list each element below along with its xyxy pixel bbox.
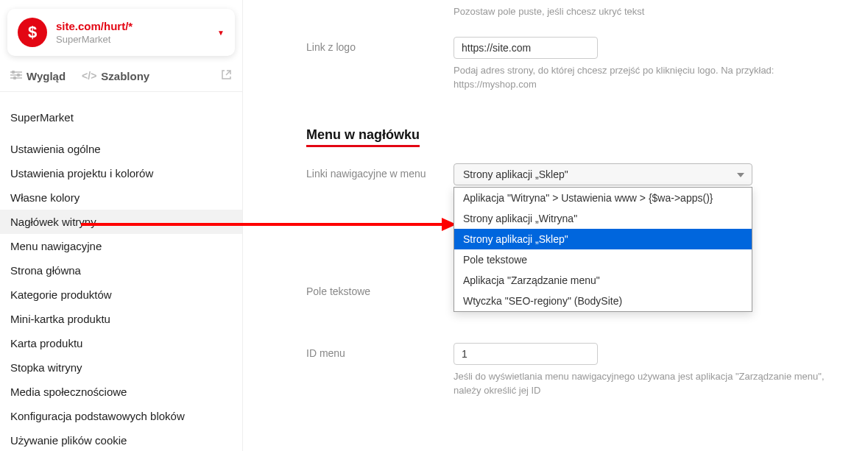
sidebar-item[interactable]: Ustawienia projektu i kolorów [0, 161, 242, 185]
dropdown-option[interactable]: Strony aplikacji „Sklep" [454, 229, 752, 249]
tab-label: Wygląd [27, 70, 66, 82]
menu-id-input[interactable] [454, 343, 598, 365]
help-text: Jeśli do wyświetlania menu nawigacyjnego… [454, 369, 851, 398]
logo-link-input[interactable] [454, 37, 598, 59]
help-text: Podaj adres strony, do której chcesz prz… [454, 63, 851, 92]
sidebar-item[interactable]: Kategorie produktów [0, 283, 242, 307]
dropdown-option[interactable]: Pole tekstowe [454, 249, 752, 270]
sidebar-item[interactable]: Ustawienia ogólne [0, 137, 242, 161]
sidebar-nav: SuperMarket Ustawienia ogólneUstawienia … [0, 92, 242, 451]
dropdown-option[interactable]: Aplikacja "Witryna" > Ustawienia www > {… [454, 188, 752, 208]
site-selector[interactable]: $ site.com/hurt/* SuperMarket ▼ [7, 9, 235, 56]
sidebar-item[interactable]: Strona główna [0, 258, 242, 283]
menu-id-label: ID menu [306, 343, 454, 359]
svg-point-4 [18, 74, 20, 77]
menu-links-dropdown: Aplikacja "Witryna" > Ustawienia www > {… [454, 187, 752, 312]
section-title: Menu w nagłówku [306, 127, 420, 147]
sidebar-item[interactable]: Konfiguracja podstawowych bloków [0, 404, 242, 428]
code-icon: </> [82, 70, 96, 82]
svg-line-6 [226, 71, 230, 75]
dollar-icon: $ [18, 18, 47, 47]
sidebar-item[interactable]: Karta produktu [0, 331, 242, 355]
site-name: SuperMarket [56, 34, 217, 45]
sidebar-item[interactable]: Własne kolory [0, 185, 242, 210]
tab-appearance[interactable]: Wygląd [10, 70, 66, 82]
help-text: Pozostaw pole puste, jeśli chcesz ukryć … [454, 4, 851, 19]
dropdown-option[interactable]: Aplikacja "Zarządzanie menu" [454, 270, 752, 291]
sidebar-item[interactable]: Stopka witryny [0, 355, 242, 380]
sidebar-item[interactable]: Nagłówek witryny [0, 210, 242, 234]
sliders-icon [10, 70, 22, 82]
textfield-label: Pole tekstowe [306, 281, 454, 297]
sidebar-item[interactable]: Menu nawigacyjne [0, 234, 242, 258]
tab-label: Szablony [101, 70, 149, 82]
tab-templates[interactable]: </> Szablony [82, 70, 149, 82]
nav-header: SuperMarket [0, 105, 242, 137]
site-url: site.com/hurt/* [56, 20, 217, 32]
chevron-down-icon: ▼ [217, 29, 225, 37]
sidebar-item[interactable]: Media społecznościowe [0, 380, 242, 404]
sidebar-item[interactable]: Mini-kartka produktu [0, 307, 242, 331]
dropdown-option[interactable]: Wtyczka "SEO-regiony" (BodySite) [454, 291, 752, 311]
menu-links-label: Linki nawigacyjne w menu [306, 163, 454, 180]
dropdown-option[interactable]: Strony aplikacji „Witryna" [454, 208, 752, 229]
sidebar-item[interactable]: Używanie plików cookie [0, 428, 242, 451]
menu-links-select[interactable]: Strony aplikacji „Sklep" [454, 163, 752, 185]
svg-point-3 [13, 71, 15, 74]
svg-point-5 [14, 77, 16, 79]
external-link-icon[interactable] [221, 69, 232, 82]
logo-link-label: Link z logo [306, 37, 454, 53]
